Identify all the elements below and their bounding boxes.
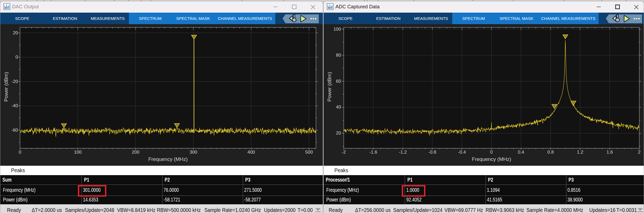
svg-text:100: 100 xyxy=(74,150,82,155)
svg-text:80: 80 xyxy=(336,53,341,58)
svg-text:500: 500 xyxy=(305,150,313,155)
svg-text:-20: -20 xyxy=(11,79,18,84)
svg-text:0: 0 xyxy=(490,150,493,155)
svg-text:200: 200 xyxy=(132,150,139,155)
svg-text:-60: -60 xyxy=(11,128,18,133)
svg-text:20: 20 xyxy=(336,131,341,136)
svg-text:0.4: 0.4 xyxy=(518,150,524,155)
svg-text:Power (dBm): Power (dBm) xyxy=(3,72,9,102)
svg-text:1.6: 1.6 xyxy=(606,150,613,155)
svg-text:0.8: 0.8 xyxy=(547,150,554,155)
svg-text:40: 40 xyxy=(336,104,341,110)
svg-text:0: 0 xyxy=(16,55,18,60)
svg-text:0: 0 xyxy=(19,150,21,155)
svg-text:-0.8: -0.8 xyxy=(428,150,436,155)
svg-text:300: 300 xyxy=(190,150,197,155)
svg-text:1.2: 1.2 xyxy=(577,150,583,155)
svg-text:Power (dBm): Power (dBm) xyxy=(327,72,332,102)
svg-text:100: 100 xyxy=(334,27,341,32)
svg-text:-1.2: -1.2 xyxy=(399,150,407,155)
svg-text:400: 400 xyxy=(247,150,255,155)
svg-text:-0.4: -0.4 xyxy=(458,150,466,155)
svg-text:-1.6: -1.6 xyxy=(369,150,377,155)
svg-text:60: 60 xyxy=(336,79,341,84)
svg-text:Frequency (MHz): Frequency (MHz) xyxy=(472,156,511,162)
svg-text:Frequency (MHz): Frequency (MHz) xyxy=(148,156,188,162)
svg-text:2: 2 xyxy=(638,150,640,155)
svg-text:-2: -2 xyxy=(342,150,346,155)
svg-text:-40: -40 xyxy=(11,103,18,108)
svg-text:20: 20 xyxy=(13,30,18,35)
